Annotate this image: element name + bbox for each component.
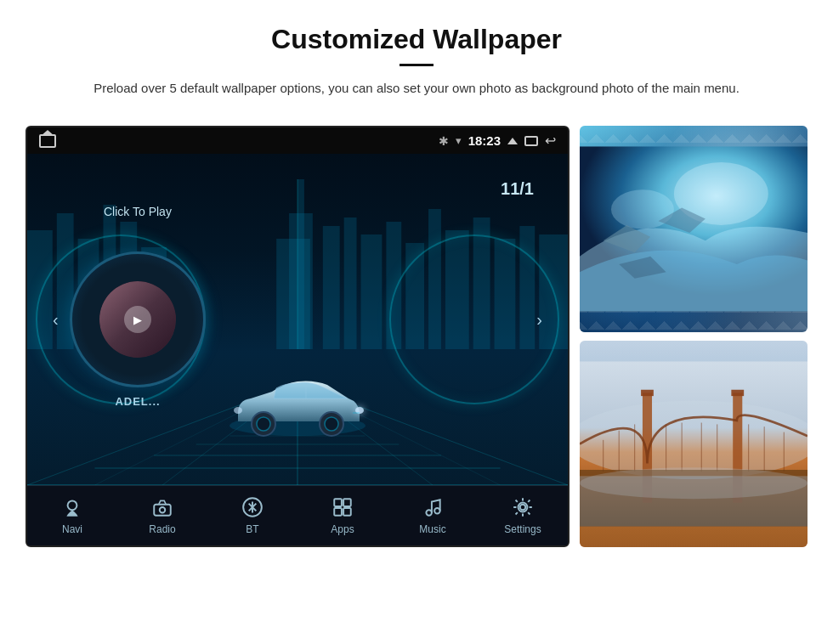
play-button[interactable]: ▶: [124, 306, 151, 333]
apps-label: Apps: [331, 523, 354, 535]
svg-point-38: [325, 417, 338, 431]
svg-point-58: [580, 401, 808, 479]
status-bar: ✱ ▾ 18:23 ↩: [27, 127, 568, 154]
apps-icon: [330, 494, 355, 520]
chevron-up-icon[interactable]: [507, 138, 518, 144]
nav-bar: Navi Radio: [27, 485, 568, 545]
svg-point-50: [426, 510, 432, 516]
svg-rect-48: [334, 508, 342, 516]
svg-rect-43: [154, 505, 171, 516]
car-display: Click To Play ▶ ADEL... ‹ ›: [27, 154, 568, 485]
title-divider: [400, 64, 434, 66]
navi-icon: [60, 494, 85, 520]
radio-icon: [150, 494, 175, 520]
svg-rect-46: [334, 499, 342, 506]
bt-label: BT: [246, 523, 258, 535]
album-image: ▶: [99, 281, 176, 358]
navi-label: Navi: [62, 523, 82, 535]
nav-item-bt[interactable]: BT: [223, 494, 282, 535]
main-content: ✱ ▾ 18:23 ↩: [0, 126, 833, 547]
music-circle: ▶: [70, 251, 206, 387]
page-wrapper: Customized Wallpaper Preload over 5 defa…: [0, 0, 833, 547]
svg-point-44: [160, 507, 166, 513]
teal-circle-right: [389, 234, 559, 404]
svg-rect-47: [343, 499, 351, 506]
car-image: [221, 366, 374, 443]
nav-item-music[interactable]: Music: [403, 494, 462, 535]
music-album-art: ▶: [99, 281, 176, 358]
bt-icon: [240, 494, 265, 520]
svg-point-40: [234, 407, 242, 414]
svg-point-36: [257, 417, 270, 431]
status-left: [39, 134, 56, 148]
header-section: Customized Wallpaper Preload over 5 defa…: [0, 0, 833, 114]
svg-rect-61: [641, 390, 654, 396]
click-to-play-label: Click To Play: [104, 205, 172, 218]
music-label: Music: [419, 523, 445, 535]
settings-icon: [510, 494, 536, 520]
settings-label: Settings: [504, 523, 541, 535]
page-subtitle: Preload over 5 default wallpaper options…: [85, 78, 748, 99]
prev-button[interactable]: ‹: [53, 310, 59, 330]
svg-rect-62: [731, 390, 744, 396]
music-player[interactable]: ▶ ADEL...: [70, 251, 206, 387]
music-artist-label: ADEL...: [70, 395, 206, 408]
status-right: ✱ ▾ 18:23 ↩: [439, 133, 556, 149]
photo-ice: [580, 126, 808, 332]
svg-point-75: [580, 467, 808, 499]
bluetooth-icon: ✱: [439, 134, 449, 148]
svg-point-52: [520, 505, 526, 511]
car-screen: ✱ ▾ 18:23 ↩: [26, 126, 570, 547]
next-button[interactable]: ›: [536, 310, 542, 330]
status-time: 18:23: [468, 133, 501, 148]
music-icon: [420, 494, 445, 520]
wifi-icon: ▾: [456, 134, 462, 147]
page-title: Customized Wallpaper: [51, 24, 782, 55]
photo-stack: [580, 126, 808, 547]
home-icon[interactable]: [39, 134, 56, 148]
svg-rect-49: [343, 508, 351, 516]
nav-item-navi[interactable]: Navi: [42, 494, 102, 535]
radio-label: Radio: [149, 523, 175, 535]
photo-bridge: [580, 341, 808, 547]
nav-item-apps[interactable]: Apps: [313, 494, 372, 535]
nav-item-radio[interactable]: Radio: [133, 494, 192, 535]
svg-point-42: [68, 500, 77, 510]
window-icon[interactable]: [524, 136, 538, 146]
nav-item-settings[interactable]: Settings: [493, 494, 552, 535]
date-display: 11/1: [501, 179, 534, 199]
back-icon[interactable]: ↩: [545, 133, 556, 149]
